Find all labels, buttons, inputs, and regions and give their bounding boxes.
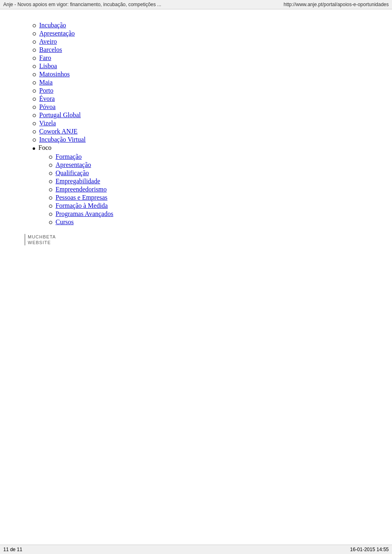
circle-bullet <box>33 73 36 76</box>
browser-title: Anje - Novos apoios em vigor: financiame… <box>3 2 196 7</box>
circle-bullet <box>49 221 52 224</box>
foco-link-2[interactable]: Qualificação <box>56 169 89 177</box>
foco-list-item: Foco <box>33 144 368 151</box>
foco-link-0[interactable]: Formação <box>56 153 82 160</box>
circle-bullet <box>33 106 36 109</box>
foco-link-1[interactable]: Apresentação <box>56 161 91 169</box>
main-content: IncubaçãoApresentaçãoAveiroBarcelosFaroL… <box>0 9 392 270</box>
circle-bullet <box>33 114 36 117</box>
foco-sub-list-item: Cursos <box>49 218 368 226</box>
circle-bullet <box>33 65 36 68</box>
circle-bullet <box>49 205 52 208</box>
circle-bullet <box>49 172 52 175</box>
incubacao-link-13[interactable]: Cowork ANJE <box>39 128 78 135</box>
muchbeta-line1: MUCHBETA <box>28 234 56 240</box>
incubacao-link-8[interactable]: Porto <box>39 87 53 94</box>
footer-bar: 11 de 11 16-01-2015 14:55 <box>0 545 392 554</box>
incubacao-list-item: Portugal Global <box>33 111 368 119</box>
foco-sub-list-item: Empreendedorismo <box>49 186 368 193</box>
foco-sub-list-item: Apresentação <box>49 161 368 169</box>
circle-bullet <box>49 156 52 159</box>
incubacao-link-12[interactable]: Vizela <box>39 120 56 127</box>
circle-bullet <box>33 89 36 93</box>
circle-bullet <box>49 188 52 191</box>
incubacao-link-14[interactable]: Incubação Virtual <box>39 136 86 143</box>
circle-bullet <box>49 196 52 200</box>
foco-sub-list: FormaçãoApresentaçãoQualificaçãoEmpregab… <box>41 153 368 226</box>
incubacao-list-item: Lisboa <box>33 62 368 70</box>
circle-bullet <box>33 98 36 101</box>
incubacao-list-item: Maia <box>33 79 368 86</box>
foco-link-5[interactable]: Pessoas e Empresas <box>56 194 107 201</box>
circle-bullet <box>49 164 52 167</box>
main-list: IncubaçãoApresentaçãoAveiroBarcelosFaroL… <box>24 22 368 226</box>
incubacao-link-0[interactable]: Incubação <box>39 22 66 29</box>
circle-bullet <box>33 138 36 142</box>
foco-link-7[interactable]: Programas Avançados <box>56 210 113 218</box>
muchbeta-widget: MUCHBETA WEBSITE <box>24 234 368 246</box>
foco-link-4[interactable]: Empreendedorismo <box>56 186 107 193</box>
incubacao-list-item: Póvoa <box>33 103 368 111</box>
incubacao-list-item: Incubação <box>33 22 368 29</box>
circle-bullet <box>33 122 36 125</box>
circle-bullet <box>33 57 36 60</box>
incubacao-list-item: Évora <box>33 95 368 102</box>
foco-sub-list-item: Empregabilidade <box>49 178 368 185</box>
foco-label: Foco <box>38 144 51 151</box>
foco-sub-list-item: Pessoas e Empresas <box>49 194 368 201</box>
muchbeta-bar <box>24 234 25 245</box>
incubacao-link-7[interactable]: Maia <box>39 79 53 86</box>
circle-bullet <box>33 81 36 85</box>
incubacao-link-6[interactable]: Matosinhos <box>39 71 70 78</box>
incubacao-list: IncubaçãoApresentaçãoAveiroBarcelosFaroL… <box>33 22 368 143</box>
circle-bullet <box>33 40 36 44</box>
incubacao-list-item: Vizela <box>33 120 368 127</box>
incubacao-list-item: Apresentação <box>33 30 368 37</box>
incubacao-link-11[interactable]: Portugal Global <box>39 111 81 119</box>
circle-bullet <box>33 24 36 27</box>
footer-left: 11 de 11 <box>3 547 22 552</box>
incubacao-link-1[interactable]: Apresentação <box>39 30 75 37</box>
incubacao-list-item: Porto <box>33 87 368 94</box>
browser-bar: Anje - Novos apoios em vigor: financiame… <box>0 0 392 9</box>
incubacao-list-item: Cowork ANJE <box>33 128 368 135</box>
incubacao-list-item: Barcelos <box>33 46 368 53</box>
muchbeta-line2: WEBSITE <box>28 240 56 245</box>
foco-sub-list-item: Programas Avançados <box>49 210 368 218</box>
incubacao-link-4[interactable]: Faro <box>39 54 51 62</box>
incubacao-link-2[interactable]: Aveiro <box>39 38 57 45</box>
circle-bullet <box>33 32 36 36</box>
incubacao-list-item: Faro <box>33 54 368 62</box>
incubacao-link-9[interactable]: Évora <box>39 95 55 102</box>
incubacao-list-item: Aveiro <box>33 38 368 45</box>
circle-bullet <box>49 213 52 216</box>
circle-bullet <box>49 180 52 183</box>
foco-bullet <box>33 147 35 150</box>
incubacao-list-item: Incubação Virtual <box>33 136 368 143</box>
incubacao-link-5[interactable]: Lisboa <box>39 62 57 70</box>
foco-sub-list-item: Formação <box>49 153 368 160</box>
muchbeta-text: MUCHBETA WEBSITE <box>28 234 56 246</box>
incubacao-link-10[interactable]: Póvoa <box>39 103 56 111</box>
incubacao-link-3[interactable]: Barcelos <box>39 46 62 53</box>
foco-link-6[interactable]: Formação à Medida <box>56 202 108 209</box>
foco-sub-list-item: Formação à Medida <box>49 202 368 209</box>
foco-sub-list-item: Qualificação <box>49 169 368 177</box>
foco-link-3[interactable]: Empregabilidade <box>56 178 100 185</box>
circle-bullet <box>33 130 36 133</box>
circle-bullet <box>33 49 36 52</box>
foco-link-8[interactable]: Cursos <box>56 218 74 226</box>
browser-url: http://www.anje.pt/portal/apoios-e-oport… <box>196 2 389 7</box>
incubacao-list-item: Matosinhos <box>33 71 368 78</box>
footer-right: 16-01-2015 14:55 <box>350 547 389 552</box>
